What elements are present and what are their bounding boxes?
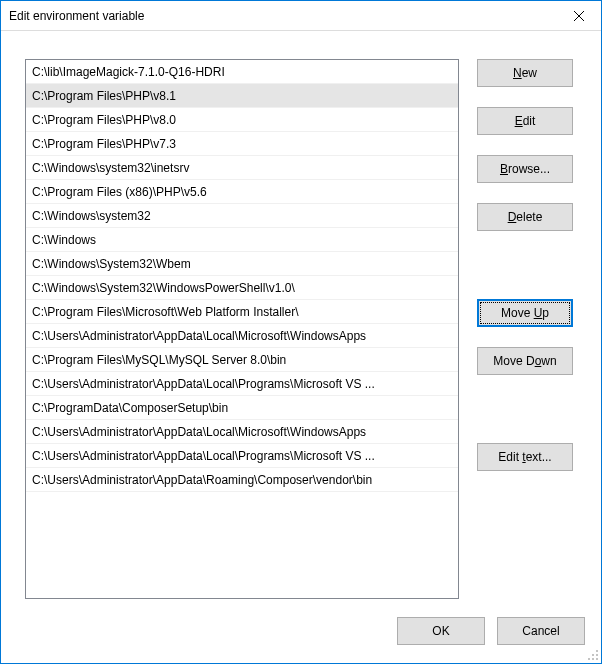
svg-point-7 <box>596 658 598 660</box>
cancel-button[interactable]: Cancel <box>497 617 585 645</box>
delete-button[interactable]: Delete <box>477 203 573 231</box>
svg-point-2 <box>596 650 598 652</box>
move-up-button[interactable]: Move Up <box>477 299 573 327</box>
svg-point-3 <box>592 654 594 656</box>
dialog-title: Edit environment variable <box>9 9 144 23</box>
svg-point-5 <box>588 658 590 660</box>
content-area: C:\lib\ImageMagick-7.1.0-Q16-HDRIC:\Prog… <box>1 31 601 605</box>
list-item[interactable]: C:\Users\Administrator\AppData\Local\Pro… <box>26 444 458 468</box>
list-item[interactable]: C:\Program Files\Microsoft\Web Platform … <box>26 300 458 324</box>
list-item[interactable]: C:\ProgramData\ComposerSetup\bin <box>26 396 458 420</box>
path-listbox[interactable]: C:\lib\ImageMagick-7.1.0-Q16-HDRIC:\Prog… <box>25 59 459 599</box>
new-button[interactable]: New <box>477 59 573 87</box>
list-item[interactable]: C:\Program Files (x86)\PHP\v5.6 <box>26 180 458 204</box>
button-sidebar: New Edit Browse... Delete Move Up Move D… <box>477 59 573 605</box>
list-item[interactable]: C:\Windows\system32 <box>26 204 458 228</box>
resize-grip-icon[interactable] <box>587 649 599 661</box>
dialog-footer: OK Cancel <box>1 605 601 663</box>
list-item[interactable]: C:\Users\Administrator\AppData\Roaming\C… <box>26 468 458 492</box>
list-item[interactable]: C:\Users\Administrator\AppData\Local\Mic… <box>26 324 458 348</box>
close-button[interactable] <box>556 1 601 30</box>
close-icon <box>574 11 584 21</box>
svg-point-6 <box>592 658 594 660</box>
list-item[interactable]: C:\Users\Administrator\AppData\Local\Mic… <box>26 420 458 444</box>
titlebar: Edit environment variable <box>1 1 601 31</box>
list-item[interactable]: C:\Program Files\PHP\v7.3 <box>26 132 458 156</box>
edit-button[interactable]: Edit <box>477 107 573 135</box>
list-item[interactable]: C:\lib\ImageMagick-7.1.0-Q16-HDRI <box>26 60 458 84</box>
list-item[interactable]: C:\Program Files\PHP\v8.1 <box>26 84 458 108</box>
move-down-button[interactable]: Move Down <box>477 347 573 375</box>
list-item[interactable]: C:\Windows\system32\inetsrv <box>26 156 458 180</box>
dialog-window: Edit environment variable C:\lib\ImageMa… <box>0 0 602 664</box>
list-item[interactable]: C:\Program Files\MySQL\MySQL Server 8.0\… <box>26 348 458 372</box>
ok-button[interactable]: OK <box>397 617 485 645</box>
list-item[interactable]: C:\Windows <box>26 228 458 252</box>
svg-point-4 <box>596 654 598 656</box>
list-item[interactable]: C:\Users\Administrator\AppData\Local\Pro… <box>26 372 458 396</box>
list-item[interactable]: C:\Windows\System32\Wbem <box>26 252 458 276</box>
list-item[interactable]: C:\Program Files\PHP\v8.0 <box>26 108 458 132</box>
edit-text-button[interactable]: Edit text... <box>477 443 573 471</box>
browse-button[interactable]: Browse... <box>477 155 573 183</box>
list-item[interactable]: C:\Windows\System32\WindowsPowerShell\v1… <box>26 276 458 300</box>
